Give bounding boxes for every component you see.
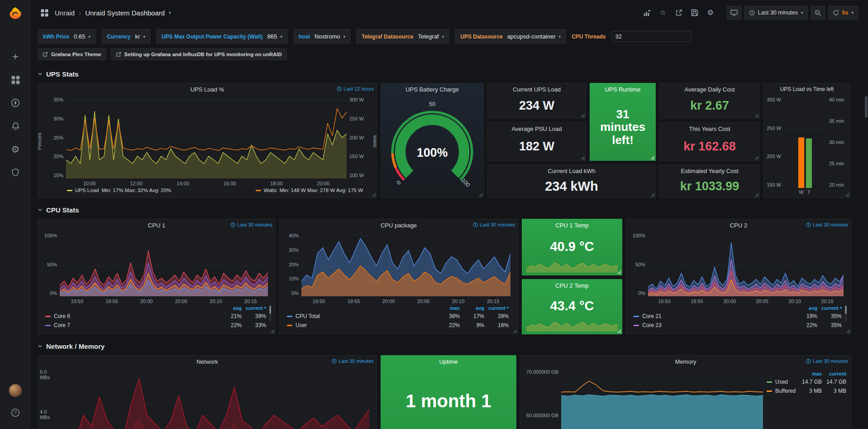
legend-col-current[interactable]: current▾	[242, 305, 266, 311]
breadcrumb-app[interactable]: Unraid	[55, 9, 75, 17]
zoom-out-button[interactable]	[811, 6, 825, 19]
battery-charge-gauge[interactable]: 050100100%	[381, 95, 483, 198]
user-avatar[interactable]	[9, 384, 22, 397]
panel-resize-handle[interactable]	[270, 329, 274, 333]
variable-ups-datasource[interactable]: UPS Datasource apcupsd-container▾	[455, 29, 566, 44]
legend-col-current[interactable]: current	[822, 371, 846, 376]
panel-resize-handle[interactable]	[650, 155, 654, 159]
panel-title[interactable]: UPS Battery Charge	[405, 86, 459, 93]
time-range-badge[interactable]: Last 30 minutes	[230, 222, 272, 227]
variable-currency[interactable]: Currency kr▾	[101, 29, 151, 44]
cycle-view-button[interactable]	[727, 6, 741, 19]
dashboard-title[interactable]: Unraid System Dashboard	[85, 9, 165, 17]
panel-resize-handle[interactable]	[617, 270, 621, 274]
refresh-picker[interactable]: 5s ▾	[828, 6, 858, 19]
star-icon[interactable]: ☆	[657, 6, 669, 19]
legend-row[interactable]: Core 21 19% 35%	[634, 312, 842, 321]
cpu2-chart[interactable]	[648, 232, 844, 296]
panel-resize-handle[interactable]	[478, 193, 482, 197]
link-ups-monitoring-guide[interactable]: Setting up Grafana and InfluxDB for UPS …	[111, 48, 287, 60]
panel-title[interactable]: Uptime	[439, 358, 458, 365]
panel-resize-handle[interactable]	[754, 193, 758, 197]
panel-title[interactable]: CPU 2	[730, 222, 747, 229]
panel-resize-handle[interactable]	[372, 193, 376, 197]
time-range-badge[interactable]: Last 30 minutes	[806, 358, 848, 364]
legend-col-current[interactable]: current▾	[817, 305, 842, 311]
legend-row[interactable]: Used 14.7 GB 14.7 GB	[767, 377, 846, 386]
time-range-badge[interactable]: Last 30 minutes	[806, 222, 848, 227]
configuration-icon[interactable]: ⚙	[10, 144, 21, 154]
legend-item-watts[interactable]: Watts Min: 148 W Max: 278 W Avg: 175 W	[256, 188, 363, 193]
panel-resize-handle[interactable]	[846, 329, 850, 333]
legend-row[interactable]: User 22% 9% 16%	[287, 321, 509, 330]
panel-resize-handle[interactable]	[617, 329, 621, 333]
panel-title[interactable]: Estimated Yearly Cost	[681, 168, 738, 174]
panel-title[interactable]: UPS Load %	[191, 86, 224, 93]
panel-title[interactable]: Average PSU Load	[511, 125, 562, 132]
save-icon[interactable]	[688, 6, 701, 19]
legend-col-max[interactable]: max	[435, 305, 460, 311]
panel-resize-handle[interactable]	[845, 193, 849, 197]
panel-title[interactable]: Average Daily Cost	[684, 86, 734, 93]
cpu-threads-input[interactable]: 32	[611, 31, 691, 42]
panel-title[interactable]: UPS Runtime	[605, 86, 641, 93]
grafana-logo[interactable]	[9, 6, 22, 21]
panel-title[interactable]: CPU 1	[148, 222, 165, 229]
add-panel-icon[interactable]	[641, 6, 653, 19]
create-icon[interactable]: +	[10, 51, 21, 62]
legend-item-ups-load[interactable]: UPS Load Min: 17% Max: 32% Avg: 20%	[67, 188, 171, 193]
alerting-icon[interactable]	[10, 121, 21, 131]
server-admin-icon[interactable]	[10, 167, 21, 178]
ups-load-chart[interactable]	[66, 96, 347, 178]
panel-title[interactable]: This Years Cost	[689, 125, 730, 132]
legend-col-avg[interactable]: avg	[793, 305, 817, 311]
time-range-badge[interactable]: Last 12 hours	[337, 86, 374, 92]
dashboards-icon[interactable]	[10, 74, 21, 85]
panel-title[interactable]: Memory	[675, 358, 696, 365]
legend-col-avg[interactable]: avg	[460, 305, 484, 311]
panel-title[interactable]: CPU package	[381, 222, 417, 229]
legend-scrollbar[interactable]	[845, 305, 847, 322]
help-icon[interactable]: ?	[10, 407, 21, 418]
network-chart[interactable]	[60, 369, 369, 429]
time-range-badge[interactable]: Last 30 minutes	[332, 358, 374, 364]
section-network-memory[interactable]: Network / Memory	[38, 340, 861, 352]
page-scrollbar[interactable]	[865, 96, 868, 118]
panel-title[interactable]: Network	[196, 358, 218, 365]
section-ups-stats[interactable]: UPS Stats	[38, 67, 861, 80]
dashboard-settings-icon[interactable]: ⚙	[704, 6, 717, 19]
legend-row[interactable]: Core 23 22% 35%	[634, 321, 842, 330]
cpu-package-chart[interactable]	[301, 232, 510, 296]
memory-chart[interactable]	[561, 369, 763, 429]
legend-row[interactable]: Core 7 22% 33%	[45, 321, 266, 330]
variable-ups-max-output[interactable]: UPS Max Output Power Capacity (Watt) 865…	[156, 29, 288, 44]
time-range-picker[interactable]: Last 30 minutes ▾	[744, 6, 808, 19]
panel-resize-handle[interactable]	[650, 193, 654, 197]
legend-row[interactable]: CPU Total 38% 17% 28%	[287, 312, 509, 321]
load-vs-time-chart[interactable]	[784, 96, 826, 188]
panel-title[interactable]: CPU 1 Temp	[555, 222, 588, 229]
panel-resize-handle[interactable]	[581, 155, 585, 159]
link-grafana-plex-theme[interactable]: Grafana Plex Theme	[38, 48, 106, 60]
panel-resize-handle[interactable]	[754, 113, 758, 117]
title-caret-icon[interactable]: ▾	[169, 10, 171, 15]
time-range-badge[interactable]: Last 30 minutes	[473, 222, 515, 227]
share-icon[interactable]	[672, 6, 685, 19]
variable-kwh-price[interactable]: kWh Price 0.65▾	[38, 29, 96, 44]
panel-resize-handle[interactable]	[513, 329, 517, 333]
apps-grid-icon[interactable]	[38, 6, 51, 19]
legend-row[interactable]: Core 6 21% 39%	[45, 312, 266, 321]
explore-icon[interactable]	[10, 97, 21, 108]
section-cpu-stats[interactable]: CPU Stats	[38, 203, 861, 216]
cpu1-chart[interactable]	[60, 232, 268, 296]
legend-col-current[interactable]: current▾	[484, 305, 509, 311]
panel-title[interactable]: Current Load kWh	[548, 168, 596, 174]
panel-title[interactable]: Current UPS Load	[513, 86, 561, 93]
panel-title[interactable]: CPU 2 Temp	[555, 282, 588, 289]
variable-telegraf-datasource[interactable]: Telegraf Datasource Telegraf▾	[356, 29, 449, 44]
legend-col-max[interactable]: max	[797, 371, 822, 376]
panel-title[interactable]: UPS Load vs Time left	[780, 86, 834, 92]
legend-scrollbar[interactable]	[269, 305, 271, 322]
panel-resize-handle[interactable]	[581, 113, 585, 117]
legend-row[interactable]: Buffered 3 MB 3 MB	[767, 386, 846, 395]
